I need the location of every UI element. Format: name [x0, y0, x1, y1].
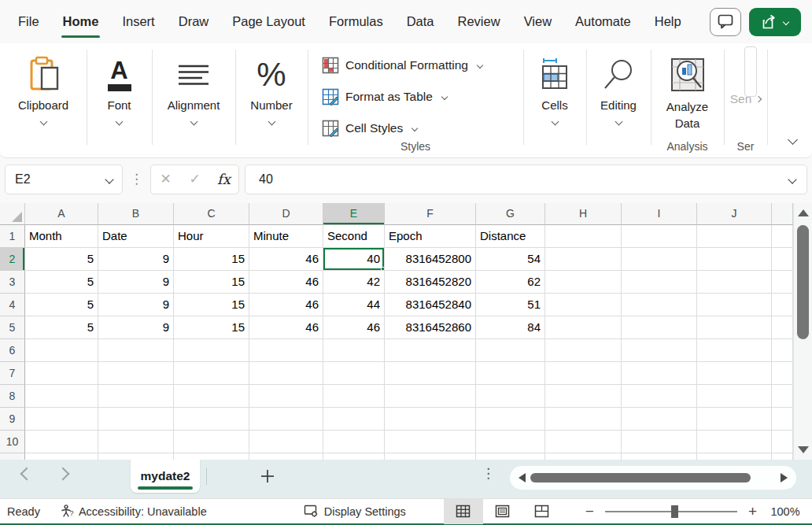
page-break-preview-button[interactable] — [522, 498, 562, 524]
cell-H3[interactable] — [545, 271, 622, 294]
cell-C6[interactable] — [174, 339, 249, 362]
cell-G1[interactable]: Distance — [476, 225, 545, 248]
cell-K7[interactable] — [772, 362, 793, 385]
cell-B8[interactable] — [98, 385, 174, 408]
horizontal-scrollbar-thumb[interactable] — [530, 473, 751, 482]
cell-F2[interactable]: 8316452800 — [385, 248, 476, 271]
horizontal-scrollbar[interactable] — [510, 466, 796, 490]
row-header-7[interactable]: 7 — [0, 362, 25, 385]
sensitivity-group[interactable]: Sen Ser — [724, 43, 767, 157]
cell-D1[interactable]: Minute — [249, 225, 323, 248]
cell-D2[interactable]: 46 — [249, 248, 323, 271]
cell-K11[interactable] — [772, 453, 793, 460]
cell-D5[interactable]: 46 — [249, 316, 323, 339]
cell-I5[interactable] — [622, 316, 697, 339]
fill-handle[interactable] — [381, 267, 385, 271]
cell-D8[interactable] — [249, 385, 323, 408]
cell-G4[interactable]: 51 — [476, 294, 545, 316]
analyze-data-button[interactable]: Analyze Data Analysis — [651, 43, 724, 157]
cell-J8[interactable] — [697, 385, 772, 408]
cell-D6[interactable] — [249, 339, 323, 362]
cell-A5[interactable]: 5 — [25, 316, 98, 339]
next-sheet-button[interactable] — [57, 468, 70, 481]
conditional-formatting-button[interactable]: Conditional Formatting — [308, 50, 523, 81]
menu-tab-help[interactable]: Help — [643, 0, 693, 43]
cell-D4[interactable]: 46 — [249, 294, 323, 316]
insert-function-button[interactable]: fx — [209, 165, 238, 194]
add-sheet-button[interactable] — [253, 463, 282, 490]
cell-B4[interactable]: 9 — [98, 294, 174, 316]
vertical-scrollbar-thumb[interactable] — [797, 225, 809, 339]
zoom-slider-thumb[interactable] — [671, 505, 678, 518]
cell-K6[interactable] — [772, 339, 793, 362]
cell-G2[interactable]: 54 — [476, 248, 545, 271]
collapse-ribbon-button[interactable] — [782, 129, 803, 150]
cell-D7[interactable] — [249, 362, 323, 385]
cell-J5[interactable] — [697, 316, 772, 339]
cell-G3[interactable]: 62 — [476, 271, 545, 294]
zoom-slider[interactable] — [605, 511, 737, 512]
cell-I7[interactable] — [622, 362, 697, 385]
cell-C9[interactable] — [174, 408, 249, 431]
menu-tab-page-layout[interactable]: Page Layout — [220, 0, 317, 43]
cell-J1[interactable] — [697, 225, 772, 248]
cell-F9[interactable] — [385, 408, 476, 431]
clipboard-group-button[interactable]: Clipboard — [0, 43, 87, 157]
cell-I1[interactable] — [622, 225, 697, 248]
row-header-8[interactable]: 8 — [0, 385, 25, 408]
cell-A2[interactable]: 5 — [25, 248, 98, 271]
select-all-corner[interactable] — [0, 203, 25, 225]
cell-F1[interactable]: Epoch — [385, 225, 476, 248]
row-header-5[interactable]: 5 — [0, 316, 25, 339]
cell-F3[interactable]: 8316452820 — [385, 271, 476, 294]
cell-E11[interactable] — [323, 453, 385, 460]
column-header-I[interactable]: I — [622, 203, 697, 225]
cell-I4[interactable] — [622, 294, 697, 316]
cell-A6[interactable] — [25, 339, 98, 362]
cell-G11[interactable] — [476, 453, 545, 460]
cell-E8[interactable] — [323, 385, 385, 408]
cell-E5[interactable]: 46 — [323, 316, 385, 339]
column-header-D[interactable]: D — [249, 203, 323, 225]
cell-D11[interactable] — [249, 453, 323, 460]
cell-C4[interactable]: 15 — [174, 294, 249, 316]
cell-F8[interactable] — [385, 385, 476, 408]
column-header-E[interactable]: E — [323, 203, 385, 225]
cell-A11[interactable] — [25, 453, 98, 460]
cell-I9[interactable] — [622, 408, 697, 431]
zoom-out-button[interactable]: − — [579, 503, 600, 520]
cell-A1[interactable]: Month — [25, 225, 98, 248]
cell-F6[interactable] — [385, 339, 476, 362]
cell-G5[interactable]: 84 — [476, 316, 545, 339]
cell-F5[interactable]: 8316452860 — [385, 316, 476, 339]
comments-button[interactable] — [710, 8, 741, 36]
cell-E7[interactable] — [323, 362, 385, 385]
cell-D9[interactable] — [249, 408, 323, 431]
row-header-1[interactable]: 1 — [0, 225, 25, 248]
cell-K9[interactable] — [772, 408, 793, 431]
column-header-C[interactable]: C — [174, 203, 249, 225]
cell-J4[interactable] — [697, 294, 772, 316]
cell-B2[interactable]: 9 — [98, 248, 174, 271]
cell-E9[interactable] — [323, 408, 385, 431]
cell-F4[interactable]: 8316452840 — [385, 294, 476, 316]
cell-B3[interactable]: 9 — [98, 271, 174, 294]
cell-G7[interactable] — [476, 362, 545, 385]
menu-tab-automate[interactable]: Automate — [563, 0, 643, 43]
cell-C11[interactable] — [174, 453, 249, 460]
alignment-group-button[interactable]: Alignment — [152, 43, 235, 157]
previous-sheet-button[interactable] — [20, 468, 34, 481]
cell-H8[interactable] — [545, 385, 622, 408]
menu-tab-review[interactable]: Review — [446, 0, 512, 43]
editing-group-button[interactable]: Editing — [586, 43, 651, 157]
cell-E6[interactable] — [323, 339, 385, 362]
menu-tab-data[interactable]: Data — [395, 0, 446, 43]
row-header-10[interactable]: 10 — [0, 431, 25, 453]
cell-K4[interactable] — [772, 294, 793, 316]
cell-C5[interactable]: 15 — [174, 316, 249, 339]
menu-tab-formulas[interactable]: Formulas — [317, 0, 395, 43]
menu-tab-home[interactable]: Home — [51, 0, 111, 43]
page-layout-view-button[interactable] — [483, 498, 522, 524]
cell-B7[interactable] — [98, 362, 174, 385]
drag-handle-icon[interactable]: ⋮ — [128, 171, 145, 187]
